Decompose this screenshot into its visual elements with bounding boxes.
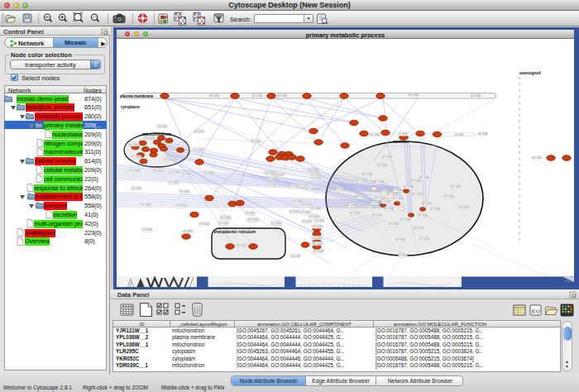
- svg-text:GO:0044: GO:0044: [271, 222, 281, 225]
- svg-text:GO:0044: GO:0044: [194, 148, 204, 151]
- svg-text:GO:0044: GO:0044: [268, 176, 278, 179]
- svg-text:GO:0044: GO:0044: [157, 125, 167, 128]
- svg-text:GO:0044: GO:0044: [145, 136, 155, 140]
- svg-text:GO:0044: GO:0044: [194, 130, 204, 133]
- svg-text:GO:0044: GO:0044: [362, 173, 372, 176]
- svg-text:GO:0044: GO:0044: [410, 179, 420, 183]
- svg-text:GO:0044: GO:0044: [356, 195, 366, 198]
- svg-text:GO:0044: GO:0044: [370, 201, 380, 204]
- svg-text:GO:0044: GO:0044: [419, 176, 429, 179]
- svg-text:GO:0044: GO:0044: [313, 225, 323, 228]
- svg-text:GO:0044: GO:0044: [129, 143, 139, 146]
- svg-text:mitochondrion: mitochondrion: [142, 131, 171, 136]
- svg-text:GO:0044: GO:0044: [218, 222, 228, 225]
- svg-text:GO:0044: GO:0044: [372, 214, 382, 218]
- svg-text:GO:0044: GO:0044: [199, 222, 209, 226]
- svg-text:GO:0044: GO:0044: [141, 203, 151, 207]
- svg-text:GO:0044: GO:0044: [221, 216, 231, 219]
- svg-text:GO:0044: GO:0044: [430, 208, 440, 211]
- svg-text:GO:0044: GO:0044: [398, 254, 408, 257]
- svg-text:GO:0044: GO:0044: [268, 183, 278, 186]
- svg-text:GO:0044: GO:0044: [290, 255, 300, 258]
- svg-text:1:1: 1:1: [93, 16, 97, 19]
- svg-text:GO:0044: GO:0044: [387, 193, 397, 196]
- svg-text:GO:0044: GO:0044: [356, 179, 366, 182]
- svg-text:GO:0044: GO:0044: [176, 204, 186, 208]
- svg-text:GO:0044: GO:0044: [380, 200, 390, 203]
- svg-text:GO:0044: GO:0044: [398, 132, 408, 136]
- svg-text:nucleus: nucleus: [393, 139, 409, 144]
- svg-text:GO:0044: GO:0044: [251, 140, 261, 143]
- svg-text:GO:0044: GO:0044: [389, 222, 399, 226]
- svg-text:GO:0044: GO:0044: [404, 185, 414, 189]
- svg-text:GO:0044: GO:0044: [418, 214, 428, 218]
- svg-text:GO:0044: GO:0044: [400, 218, 410, 222]
- svg-text:GO:0044: GO:0044: [170, 170, 179, 174]
- svg-text:GO:0044: GO:0044: [382, 155, 392, 159]
- svg-text:GO:0044: GO:0044: [422, 202, 432, 205]
- svg-text:GO:0044: GO:0044: [365, 206, 375, 209]
- svg-text:GO:0044: GO:0044: [183, 230, 193, 233]
- svg-text:f(x): f(x): [532, 308, 540, 314]
- svg-text:GO:0044: GO:0044: [312, 237, 322, 240]
- svg-text:GO:0044: GO:0044: [313, 250, 323, 253]
- svg-text:GO:0044: GO:0044: [454, 133, 464, 136]
- svg-text:GO:0044: GO:0044: [471, 94, 481, 98]
- svg-text:GO:0044: GO:0044: [478, 132, 488, 136]
- svg-text:GO:0044: GO:0044: [335, 188, 345, 191]
- svg-text:GO:0044: GO:0044: [532, 156, 542, 160]
- svg-text:GO:0044: GO:0044: [374, 180, 384, 184]
- svg-text:GO:0044: GO:0044: [350, 212, 360, 215]
- svg-text:GO:0044: GO:0044: [153, 170, 163, 173]
- svg-text:unassigned: unassigned: [519, 71, 541, 75]
- svg-text:cytoplasm: cytoplasm: [121, 105, 140, 109]
- svg-text:GO:0044: GO:0044: [393, 197, 403, 200]
- svg-text:GO:0044: GO:0044: [309, 215, 319, 218]
- svg-text:GO:0044: GO:0044: [347, 203, 356, 207]
- svg-text:GO:0044: GO:0044: [384, 207, 394, 210]
- svg-text:GO:0044: GO:0044: [182, 173, 192, 176]
- svg-text:GO:0044: GO:0044: [249, 218, 259, 222]
- svg-text:GO:0044: GO:0044: [306, 187, 316, 190]
- svg-text:GO:0044: GO:0044: [252, 94, 262, 98]
- svg-text:GO:0044: GO:0044: [132, 155, 141, 159]
- svg-text:GO:0044: GO:0044: [209, 94, 219, 98]
- svg-text:GO:0044: GO:0044: [370, 133, 380, 136]
- svg-text:GO:0044: GO:0044: [459, 206, 469, 209]
- svg-text:GO:0044: GO:0044: [314, 219, 324, 222]
- svg-text:GO:0044: GO:0044: [132, 187, 141, 190]
- svg-text:GO:0044: GO:0044: [444, 195, 454, 198]
- svg-text:GO:0044: GO:0044: [277, 94, 287, 98]
- svg-text:GO:0044: GO:0044: [412, 193, 422, 196]
- svg-text:GO:0044: GO:0044: [409, 93, 419, 97]
- svg-text:GO:0044: GO:0044: [204, 171, 214, 174]
- svg-text:GO:0044: GO:0044: [392, 189, 402, 192]
- svg-text:GO:0044: GO:0044: [414, 227, 423, 230]
- svg-text:GO:0044: GO:0044: [395, 238, 405, 241]
- svg-text:GO:0044: GO:0044: [290, 210, 299, 213]
- svg-text:GO:0044: GO:0044: [179, 190, 189, 194]
- svg-text:GO:0044: GO:0044: [245, 212, 255, 215]
- svg-text:GO:0044: GO:0044: [300, 211, 310, 214]
- svg-text:GO:0044: GO:0044: [169, 181, 179, 184]
- svg-text:GO:0044: GO:0044: [419, 237, 429, 241]
- svg-text:GO:0044: GO:0044: [451, 185, 461, 189]
- svg-text:endoplasmic reticulum: endoplasmic reticulum: [214, 230, 256, 234]
- svg-text:GO:0044: GO:0044: [311, 176, 321, 179]
- svg-text:plasma membrane: plasma membrane: [120, 94, 154, 98]
- svg-text:GO:0044: GO:0044: [311, 207, 321, 210]
- svg-text:GO:0044: GO:0044: [142, 228, 152, 232]
- svg-text:GO:0044: GO:0044: [313, 242, 323, 246]
- svg-text:GO:0044: GO:0044: [164, 158, 174, 161]
- svg-text:GO:0044: GO:0044: [130, 169, 140, 172]
- svg-text:GO:0044: GO:0044: [377, 164, 387, 167]
- svg-text:Search:: Search:: [230, 16, 251, 23]
- svg-text:GO:0044: GO:0044: [302, 220, 312, 223]
- svg-text:GO:0044: GO:0044: [237, 244, 246, 247]
